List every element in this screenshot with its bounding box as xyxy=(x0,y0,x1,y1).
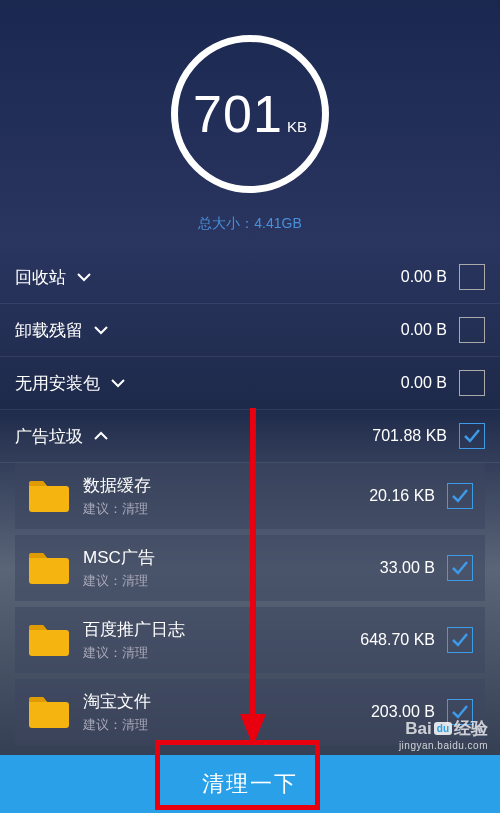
total-size-value: 4.41GB xyxy=(254,215,301,231)
category-checkbox[interactable] xyxy=(459,423,485,449)
item-list: 数据缓存 建议：清理 20.16 KB MSC广告 建议：清理 33.00 B … xyxy=(0,463,500,745)
category-size: 0.00 B xyxy=(401,321,447,339)
category-label: 广告垃圾 xyxy=(15,425,83,448)
item-size: 648.70 KB xyxy=(360,631,435,649)
list-item[interactable]: 百度推广日志 建议：清理 648.70 KB xyxy=(15,607,485,673)
category-label: 卸载残留 xyxy=(15,319,83,342)
clean-button[interactable]: 清理一下 xyxy=(0,755,500,813)
total-size-line: 总大小：4.41GB xyxy=(198,215,301,233)
watermark-brand-mid: du xyxy=(434,722,452,735)
item-size: 33.00 B xyxy=(380,559,435,577)
item-suggestion: 建议：清理 xyxy=(83,644,360,662)
chevron-down-icon xyxy=(93,325,109,335)
folder-icon xyxy=(27,478,71,514)
item-checkbox[interactable] xyxy=(447,627,473,653)
category-checkbox[interactable] xyxy=(459,264,485,290)
category-list: 回收站 0.00 B 卸载残留 0.00 B 无用安装包 0.00 B 广告垃圾… xyxy=(0,251,500,463)
item-checkbox[interactable] xyxy=(447,555,473,581)
category-label: 回收站 xyxy=(15,266,66,289)
category-checkbox[interactable] xyxy=(459,370,485,396)
item-size: 20.16 KB xyxy=(369,487,435,505)
progress-ring: 701 KB xyxy=(171,35,329,193)
item-suggestion: 建议：清理 xyxy=(83,500,369,518)
total-size-label: 总大小： xyxy=(198,215,254,231)
item-suggestion: 建议：清理 xyxy=(83,572,380,590)
chevron-down-icon xyxy=(76,272,92,282)
item-title: 淘宝文件 xyxy=(83,690,371,713)
category-size: 0.00 B xyxy=(401,268,447,286)
item-title: MSC广告 xyxy=(83,546,380,569)
folder-icon xyxy=(27,550,71,586)
chevron-down-icon xyxy=(110,378,126,388)
watermark: Baidu经验 jingyan.baidu.com xyxy=(399,717,488,751)
category-row[interactable]: 卸载残留 0.00 B xyxy=(0,304,500,357)
category-row[interactable]: 无用安装包 0.00 B xyxy=(0,357,500,410)
category-row[interactable]: 广告垃圾 701.88 KB xyxy=(0,410,500,463)
item-suggestion: 建议：清理 xyxy=(83,716,371,734)
category-size: 701.88 KB xyxy=(372,427,447,445)
clean-button-label: 清理一下 xyxy=(202,769,298,799)
watermark-brand-right: 经验 xyxy=(454,717,488,740)
watermark-url: jingyan.baidu.com xyxy=(399,740,488,751)
folder-icon xyxy=(27,694,71,730)
scanned-size-number: 701 xyxy=(193,84,283,144)
item-title: 数据缓存 xyxy=(83,474,369,497)
scan-summary-header: 701 KB 总大小：4.41GB xyxy=(0,0,500,251)
chevron-up-icon xyxy=(93,431,109,441)
list-item[interactable]: MSC广告 建议：清理 33.00 B xyxy=(15,535,485,601)
scanned-size-unit: KB xyxy=(287,118,307,135)
item-title: 百度推广日志 xyxy=(83,618,360,641)
watermark-brand-left: Bai xyxy=(405,719,431,739)
category-row[interactable]: 回收站 0.00 B xyxy=(0,251,500,304)
category-label: 无用安装包 xyxy=(15,372,100,395)
category-checkbox[interactable] xyxy=(459,317,485,343)
item-checkbox[interactable] xyxy=(447,483,473,509)
list-item[interactable]: 数据缓存 建议：清理 20.16 KB xyxy=(15,463,485,529)
folder-icon xyxy=(27,622,71,658)
category-size: 0.00 B xyxy=(401,374,447,392)
